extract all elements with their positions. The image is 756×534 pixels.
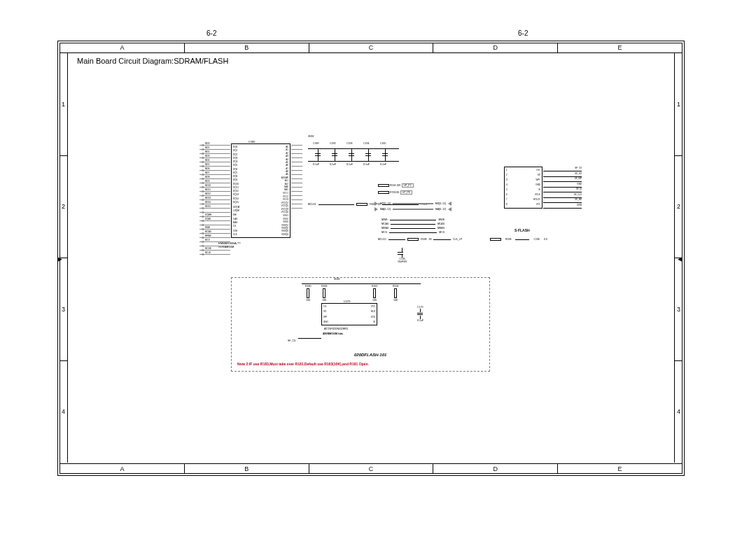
flash-bits-note: 4M/8M/16M bits xyxy=(323,332,343,335)
net-label: MCLK xyxy=(205,251,211,254)
cap-symbol-icon xyxy=(365,148,371,161)
net-label: MCAS xyxy=(438,223,444,225)
bus-wire: MD0 xyxy=(200,145,230,146)
resistor-symbol-icon xyxy=(356,203,368,206)
flash-pin: VCC xyxy=(371,305,375,308)
net-label: MD9 xyxy=(205,180,209,183)
sflash-pin-row: 7HOLD# xyxy=(505,197,542,202)
res-val: 10K xyxy=(305,299,311,302)
sdram-pins-left: DQ0DQ1DQ2DQ3DQ4DQ5DQ6DQ7DQ8DQ9DQ10DQ11DQ… xyxy=(233,146,239,236)
sdram-pin: DQ5 xyxy=(233,164,239,167)
ruler-col: D xyxy=(433,43,558,52)
net-label: MD12 xyxy=(205,192,211,195)
sflash-voltage: 3.3 xyxy=(544,238,547,241)
bus-wire xyxy=(291,166,302,167)
cap-val: 0.1uF xyxy=(346,163,353,166)
net-label: MCKE xyxy=(205,247,211,250)
net-label: SF_WP xyxy=(575,177,582,180)
sflash-net-wire: SF_CLK xyxy=(543,194,582,198)
sflash-net-wire: SF_CS xyxy=(543,167,582,171)
bus-wire xyxy=(291,199,302,200)
sdram-pin: UDQM xyxy=(233,206,239,209)
flash-pin: GND xyxy=(323,321,328,323)
cap-ref: C190 xyxy=(330,142,335,145)
sflash-net-wire: 3V33 xyxy=(543,204,582,209)
net-label: MD14 xyxy=(205,201,211,204)
sflash-pin-row: 1CS# xyxy=(505,167,542,172)
cap-symbol-icon xyxy=(332,148,337,161)
net-from: MCLK1 xyxy=(308,203,316,206)
bus-wire: MCLK xyxy=(200,254,230,255)
net-label: SF_SI xyxy=(576,188,582,190)
resistor-symbol-icon xyxy=(407,238,419,241)
net-label: MD3 xyxy=(205,155,209,157)
bus-wire: MD6 xyxy=(200,170,230,171)
page-number-left: 6-2 xyxy=(206,29,216,37)
ruler-row: 2 xyxy=(675,156,682,259)
sdram-pin: DQ8 xyxy=(233,175,239,178)
net-label: SF_CLK xyxy=(574,193,582,196)
bus-arrow-icon xyxy=(374,207,378,211)
sdram-pin: DQ9 xyxy=(233,178,239,181)
res-val: 10K xyxy=(393,299,398,302)
inner-frame xyxy=(59,43,682,474)
cap-val: 0.1uF xyxy=(330,163,336,166)
res-val: 10K xyxy=(372,299,377,302)
bus-wire xyxy=(291,170,302,171)
net-label: MD15 xyxy=(205,205,211,208)
bus-arrow-icon xyxy=(448,207,451,211)
bus-wire: MD4 xyxy=(200,162,230,162)
sdram-pin: DQ3 xyxy=(233,157,239,160)
flash-vcc-label: 3V33 xyxy=(334,278,340,281)
cap-symbol-icon xyxy=(382,148,388,161)
flash-cap: C179 0.1uF xyxy=(417,306,423,322)
sdram-pin: DQ14 xyxy=(233,197,239,200)
flash-chip-part: AT25F020N/028R5 xyxy=(324,327,348,330)
sflash-chip: 1CS#2SO3WP#4GND5SI6SCLK7HOLD#8VCC xyxy=(504,167,542,209)
cap-val: 0.1uF xyxy=(313,163,319,166)
bus-wire xyxy=(291,195,302,196)
net-label: SF_SO xyxy=(575,172,582,175)
bus-wire: MD2 xyxy=(200,153,230,154)
flash-res-2: R183 10K xyxy=(321,285,327,302)
sdram-pin: RAS xyxy=(233,221,239,224)
res-ref: R706 xyxy=(390,191,396,194)
sdram-pin: VCC3 xyxy=(281,198,288,201)
bus-wire xyxy=(291,162,302,162)
cap-symbol-icon xyxy=(315,148,321,161)
bus-wire xyxy=(291,174,302,175)
ctrl-net-row: MCASMCAS xyxy=(382,223,444,225)
flash-res-3: R181 10K xyxy=(372,285,377,302)
cap-symbol-icon xyxy=(349,148,354,161)
net-label: MCAS xyxy=(205,230,211,233)
bus-wire xyxy=(291,187,302,188)
sdram-pin: DQ12 xyxy=(233,190,239,192)
res-ref: R183 xyxy=(321,285,327,288)
bus-wire: MD13 xyxy=(200,199,230,200)
res-val: 10K xyxy=(321,299,327,302)
bus-wire xyxy=(291,145,302,146)
sdram-pin: LDQM xyxy=(233,209,239,212)
bus-wire xyxy=(291,157,302,158)
resistor-symbol-icon xyxy=(378,184,389,187)
flash-pin: CS xyxy=(323,305,328,308)
bus-left-label: MD[0..15] xyxy=(380,202,391,205)
ruler-row: 3 xyxy=(59,258,67,361)
sdram-pin: DQ10 xyxy=(233,183,239,185)
page-title: Main Board Circuit Diagram:SDRAM/FLASH xyxy=(77,57,228,65)
bus-wire: MD10 xyxy=(200,187,230,188)
flash-pin: SCK xyxy=(371,316,375,318)
bus-wire: MD15 xyxy=(200,208,230,209)
flash-pin: WP xyxy=(323,316,328,318)
res-ref: R181 xyxy=(372,285,377,288)
bus-wire: MCS xyxy=(200,241,230,242)
net-label: DQMH xyxy=(205,213,211,216)
ruler-col: A xyxy=(60,464,185,474)
bus-wire: MCAS xyxy=(200,233,230,234)
ruler-row: 3 xyxy=(675,258,682,361)
pullup-row-1: R594 10K UP_P2 xyxy=(378,183,448,188)
ruler-row: 2 xyxy=(59,156,67,259)
bus-wire xyxy=(291,153,302,154)
bus-wire: DQMH xyxy=(200,216,230,217)
res-val: 10K xyxy=(396,184,400,187)
